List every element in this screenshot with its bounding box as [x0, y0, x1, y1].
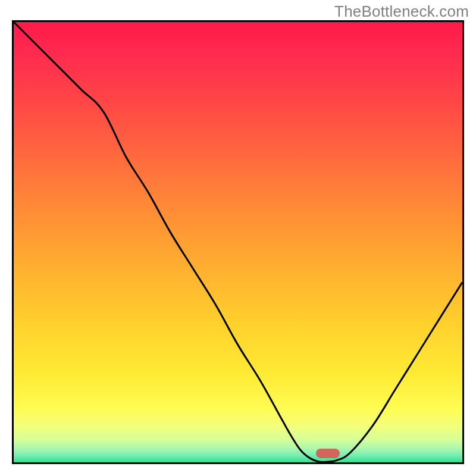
optimal-point-marker: [316, 449, 340, 458]
watermark-text: TheBottleneck.com: [334, 2, 469, 21]
chart-container: TheBottleneck.com: [0, 0, 476, 476]
plot-area: [12, 20, 464, 464]
bottleneck-curve: [14, 22, 462, 464]
